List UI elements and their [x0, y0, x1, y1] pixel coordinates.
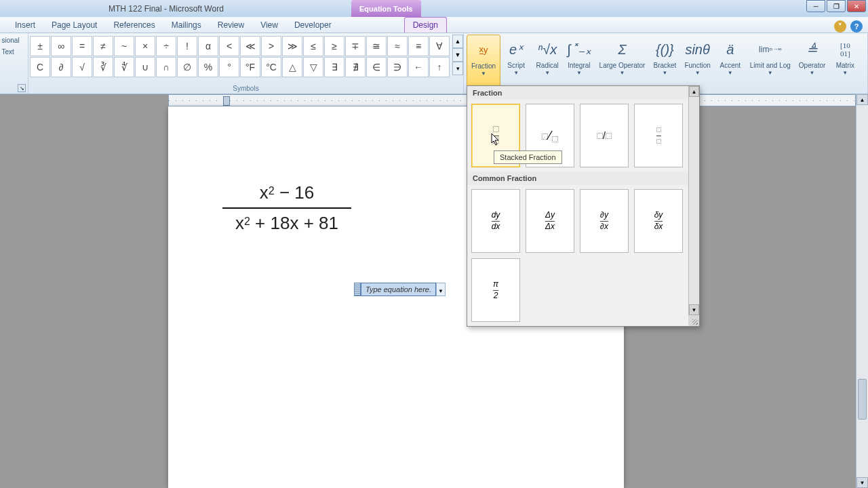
symbol-button[interactable]: ∩: [156, 57, 176, 77]
tab-insert[interactable]: Insert: [7, 18, 43, 33]
symbol-button[interactable]: ≠: [93, 36, 113, 56]
tab-review[interactable]: Review: [210, 18, 252, 33]
equation-numerator[interactable]: x2 − 16: [222, 181, 351, 205]
symbols-scroll-up[interactable]: ▲: [452, 35, 463, 48]
symbol-button[interactable]: ∛: [93, 57, 113, 77]
symbol-button[interactable]: ÷: [156, 36, 176, 56]
symbol-button[interactable]: °F: [240, 57, 260, 77]
symbol-button[interactable]: >: [261, 36, 281, 56]
symbol-button[interactable]: °: [219, 57, 239, 77]
symbol-button[interactable]: ≅: [366, 36, 387, 56]
equation-placeholder-dropdown[interactable]: ▼: [436, 283, 446, 296]
context-tab-equation-tools[interactable]: Equation Tools: [351, 0, 421, 17]
indent-marker[interactable]: [223, 96, 230, 106]
tab-design[interactable]: Design: [404, 17, 447, 33]
tab-developer[interactable]: Developer: [286, 18, 340, 33]
structure-fraction[interactable]: xyFraction▼: [467, 35, 500, 88]
gallery-item-common-fraction[interactable]: δyδx: [634, 189, 683, 253]
fraction-gallery-dropdown: Fraction ∕ / Common Fraction dydxΔyΔx∂y∂…: [467, 85, 700, 327]
symbols-grid: ±∞=≠~×÷!α<≪>≫≤≥∓≅≈≡∀C∂√∛∜∪∩∅%°°F°C△▽∃∄∈∋…: [28, 35, 451, 79]
equation-placeholder-handle[interactable]: [354, 283, 361, 296]
equation-denominator[interactable]: x2 + 18x + 81: [222, 211, 351, 235]
restore-button[interactable]: ❐: [827, 0, 846, 12]
symbol-button[interactable]: ~: [114, 36, 134, 56]
symbol-button[interactable]: C: [30, 57, 50, 77]
symbol-button[interactable]: ▽: [303, 57, 323, 77]
symbol-button[interactable]: ↑: [429, 57, 450, 77]
symbols-scroll-down[interactable]: ▼: [452, 48, 463, 62]
gallery-item-linear-fraction[interactable]: /: [580, 104, 629, 167]
help-button[interactable]: ?: [850, 20, 863, 33]
symbol-button[interactable]: <: [219, 36, 239, 56]
structure-function[interactable]: sinθFunction▼: [680, 35, 714, 87]
symbol-button[interactable]: △: [282, 57, 302, 77]
gallery-item-common-fraction[interactable]: ΔyΔx: [526, 189, 574, 253]
structure-large-operator[interactable]: ΣLarge Operator▼: [595, 35, 650, 87]
tab-page-layout[interactable]: Page Layout: [43, 18, 105, 33]
gallery-item-small-fraction[interactable]: [634, 104, 683, 167]
symbol-button[interactable]: ∓: [345, 36, 366, 56]
symbols-scroll-more[interactable]: ▾: [452, 62, 463, 75]
tools-launcher[interactable]: ↘: [18, 84, 26, 92]
equation-placeholder[interactable]: Type equation here. ▼: [354, 283, 446, 296]
scroll-up-button[interactable]: ▲: [856, 94, 868, 105]
symbol-button[interactable]: ∞: [51, 36, 71, 56]
gallery-scrollbar[interactable]: ▲ ▼: [688, 86, 699, 315]
structure-radical[interactable]: ⁿ√xRadical▼: [532, 35, 563, 87]
gallery-item-common-fraction[interactable]: dydx: [471, 189, 520, 253]
tools-professional[interactable]: sional: [1, 35, 28, 46]
symbol-button[interactable]: ≥: [324, 36, 344, 56]
symbol-button[interactable]: ∪: [135, 57, 155, 77]
symbol-button[interactable]: ←: [408, 57, 429, 77]
equation-fraction[interactable]: x2 − 16 x2 + 18x + 81: [222, 181, 351, 235]
symbol-button[interactable]: ≡: [408, 36, 429, 56]
close-button[interactable]: ✕: [847, 0, 866, 12]
gallery-common-grid: dydxΔyΔx∂y∂xδyδxπ2: [467, 185, 699, 326]
symbol-button[interactable]: ∀: [429, 36, 450, 56]
tab-view[interactable]: View: [252, 18, 286, 33]
gallery-item-common-fraction[interactable]: π2: [471, 258, 520, 322]
symbol-button[interactable]: ×: [135, 36, 155, 56]
gallery-resize-handle[interactable]: [688, 315, 699, 326]
gallery-scroll-up[interactable]: ▲: [689, 86, 699, 97]
structure-integral[interactable]: ∫˟₋ₓIntegral▼: [563, 35, 595, 87]
tab-mailings[interactable]: Mailings: [163, 18, 210, 33]
symbol-button[interactable]: =: [72, 36, 92, 56]
window-controls: ─ ❐ ✕: [805, 0, 866, 12]
symbol-button[interactable]: !: [177, 36, 197, 56]
symbol-button[interactable]: ∜: [114, 57, 134, 77]
ribbon-minimize-button[interactable]: ˅: [834, 20, 846, 33]
minimize-button[interactable]: ─: [806, 0, 825, 12]
tab-references[interactable]: References: [105, 18, 163, 33]
symbol-button[interactable]: ≤: [303, 36, 323, 56]
symbol-button[interactable]: α: [198, 36, 218, 56]
symbol-button[interactable]: ∄: [345, 57, 366, 77]
structure-matrix[interactable]: [10 01]Matrix▼: [829, 35, 861, 87]
symbol-button[interactable]: ∅: [177, 57, 197, 77]
structure-script[interactable]: eˣScript▼: [500, 35, 532, 87]
gallery-item-common-fraction[interactable]: ∂y∂x: [580, 189, 629, 253]
structure-operator[interactable]: ≜Operator▼: [795, 35, 829, 87]
structure-accent[interactable]: äAccent▼: [715, 35, 746, 87]
symbol-button[interactable]: ∈: [366, 57, 387, 77]
symbol-button[interactable]: ≪: [240, 36, 260, 56]
scroll-down-button[interactable]: ▼: [856, 477, 868, 488]
symbol-button[interactable]: √: [72, 57, 92, 77]
symbol-button[interactable]: ∋: [387, 57, 408, 77]
structure-bracket[interactable]: {()}Bracket▼: [649, 35, 680, 87]
symbol-button[interactable]: ≈: [387, 36, 408, 56]
ribbon-group-tools: sional Text ↘: [0, 33, 28, 94]
tools-text[interactable]: Text: [1, 46, 28, 58]
equation-placeholder-text[interactable]: Type equation here.: [361, 283, 436, 296]
symbol-button[interactable]: ∃: [324, 57, 344, 77]
symbol-button[interactable]: %: [198, 57, 218, 77]
scroll-thumb[interactable]: [858, 379, 867, 420]
gallery-scroll-down[interactable]: ▼: [689, 304, 699, 315]
structure-limit-log[interactable]: limn→∞Limit and Log▼: [746, 35, 795, 87]
vertical-scrollbar[interactable]: ▲ ▼: [856, 94, 868, 488]
symbol-button[interactable]: ±: [30, 36, 50, 56]
symbol-button[interactable]: °C: [261, 57, 281, 77]
symbol-button[interactable]: ∂: [51, 57, 71, 77]
title-bar: MTH 122 Final - Microsoft Word Equation …: [0, 0, 868, 17]
symbol-button[interactable]: ≫: [282, 36, 302, 56]
